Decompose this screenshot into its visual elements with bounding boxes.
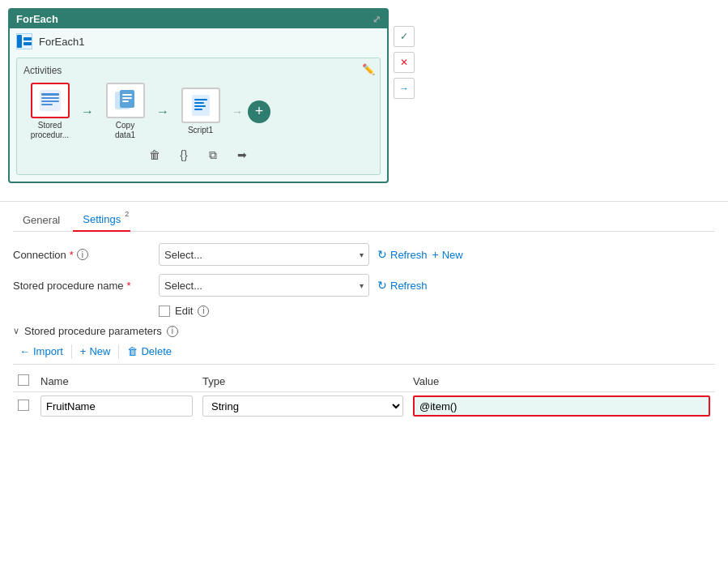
sp-params-label: Stored procedure parameters [24,325,162,337]
tab-general[interactable]: General [13,208,70,231]
sp-import-icon: ← [19,345,30,357]
edit-icon[interactable]: ✏️ [362,63,375,75]
edit-checkbox[interactable] [159,306,170,317]
settings-panel: General Settings2 Connection * i Select.… [0,202,728,433]
stored-proc-select[interactable]: Select... ▾ [159,274,369,297]
stored-proc-chevron: ▾ [360,281,364,290]
foreach-container: ForEach ⤢ ForEach1 Activities ✏️ [8,8,389,183]
foreach-title: ForEach [16,13,58,25]
svg-rect-17 [194,109,202,110]
script1-label: Script1 [188,126,213,135]
stored-proc-action-btns: ↻ Refresh [377,279,428,292]
sp-params-section: ∨ Stored procedure parameters i ← Import… [13,325,715,420]
copy-data-label: Copydata1 [115,121,135,140]
svg-rect-10 [122,94,132,96]
row-name-input[interactable] [40,395,193,417]
arrow-3-dashed: → [232,105,243,118]
svg-rect-7 [41,104,53,105]
svg-rect-16 [194,105,206,107]
sp-params-info-icon[interactable]: i [167,326,178,337]
sp-params-toolbar: ← Import + New 🗑 Delete [13,344,715,365]
connection-row: Connection * i Select... ▾ ↻ Refresh + N… [13,243,715,266]
sp-new-btn[interactable]: + New [74,344,117,359]
activity-flow: Storedprocedur... → Copydata1 [23,83,373,140]
connection-action-btns: ↻ Refresh + New [377,248,463,261]
validate-side-btn[interactable]: ✓ [394,26,415,47]
table-header-row: Name Type Value [13,371,715,392]
sp-params-table: Name Type Value String [13,371,715,420]
svg-rect-0 [17,35,22,48]
side-icons-panel: ✓ ✕ → [394,26,415,99]
tab-settings[interactable]: Settings2 [73,208,130,232]
arrow-2: → [156,105,169,119]
canvas-area: ForEach ⤢ ForEach1 Activities ✏️ [0,0,728,191]
activities-box: Activities ✏️ Storedprocedur [16,58,381,175]
row-type-select[interactable]: String [202,395,403,417]
sp-delete-btn[interactable]: 🗑 Delete [121,344,178,359]
sp-params-header: ∨ Stored procedure parameters i [13,325,715,337]
expand-icon[interactable]: ⤢ [373,14,381,25]
json-toolbar-btn[interactable]: {} [174,145,194,165]
connection-new-btn[interactable]: + New [432,248,463,261]
activity-node-copy-data: Copydata1 [99,83,151,140]
edit-info-icon[interactable]: i [198,306,209,317]
foreach-header: ForEach ⤢ [10,10,387,28]
svg-rect-11 [122,97,132,99]
activities-toolbar: 🗑 {} ⧉ ➡ [23,140,373,168]
row-check-cell [13,392,36,421]
svg-rect-5 [41,97,59,99]
header-checkbox[interactable] [18,374,29,386]
connection-info-icon[interactable]: i [77,249,88,260]
copy-data-svg [113,88,138,113]
svg-rect-6 [41,100,59,102]
connection-chevron: ▾ [360,250,364,259]
connection-new-icon: + [432,248,439,261]
row-checkbox[interactable] [18,400,29,411]
col-header-value: Value [408,371,715,392]
table-row: String [13,392,715,421]
connection-refresh-btn[interactable]: ↻ Refresh [377,248,428,261]
sp-params-chevron[interactable]: ∨ [13,326,19,336]
activity-node-stored-proc: Storedprocedur... [23,83,76,140]
stored-proc-required: * [127,280,131,292]
script1-svg [189,93,213,118]
stored-proc-refresh-btn[interactable]: ↻ Refresh [377,279,428,292]
tabs-row: General Settings2 [13,208,715,232]
navigate-toolbar-btn[interactable]: ➡ [232,145,252,165]
stored-proc-name-label: Stored procedure name * [13,280,151,292]
col-header-type: Type [198,371,408,392]
activity-node-script1: Script1 [174,88,227,135]
foreach-icon-box [16,33,32,49]
col-header-name: Name [36,371,198,392]
stored-proc-label: Storedprocedur... [31,121,69,140]
connection-select[interactable]: Select... ▾ [159,243,369,266]
sp-import-btn[interactable]: ← Import [13,344,70,359]
stored-proc-icon-box[interactable] [31,83,70,118]
edit-row: Edit i [159,305,715,317]
col-header-check [13,371,36,392]
svg-rect-12 [122,100,129,102]
arrow-1: → [81,105,94,119]
copy-toolbar-btn[interactable]: ⧉ [203,145,223,165]
copy-data-icon-box[interactable] [106,83,145,118]
row-type-cell: String [198,392,408,421]
connection-required: * [70,249,74,261]
redirect-side-btn[interactable]: → [394,78,415,99]
foreach-svg-icon [17,35,32,48]
row-value-cell [408,392,715,421]
close-side-btn[interactable]: ✕ [394,52,415,73]
svg-rect-14 [194,99,207,100]
svg-rect-2 [23,42,32,45]
row-value-input[interactable] [413,395,710,417]
stored-proc-refresh-icon: ↻ [377,279,387,292]
sp-new-icon: + [80,345,87,357]
connection-placeholder: Select... [164,249,202,261]
script1-icon-box[interactable] [181,88,220,123]
sp-toolbar-divider-2 [118,344,119,359]
add-activity-btn[interactable]: + [248,100,270,123]
connection-label: Connection * i [13,249,151,261]
foreach-title-row: ForEach1 [10,28,387,54]
delete-toolbar-btn[interactable]: 🗑 [145,145,164,165]
row-name-cell [36,392,198,421]
foreach-name-label: ForEach1 [39,36,84,48]
